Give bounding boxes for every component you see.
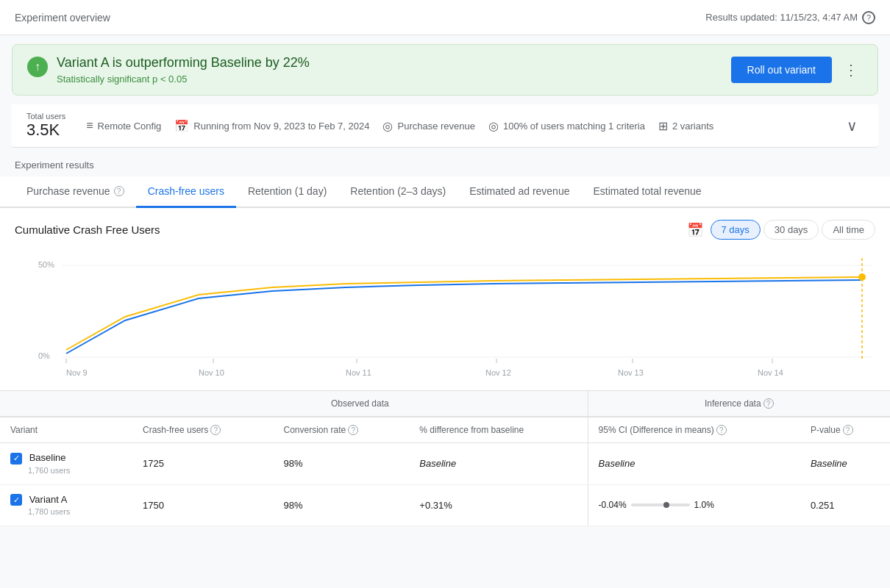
variant-a-pct-diff: +0.31% bbox=[409, 484, 588, 526]
variant-banner-text: Variant A is outperforming Baseline by 2… bbox=[57, 55, 310, 85]
conversion-rate-header: Conversion rate bbox=[283, 425, 346, 435]
experiment-results-label: Experiment results bbox=[0, 148, 890, 176]
variant-banner: ↑ Variant A is outperforming Baseline by… bbox=[12, 44, 878, 96]
variant-a-cell: ✓ Variant A 1,780 users bbox=[0, 484, 132, 526]
time-button-7days[interactable]: 7 days bbox=[711, 220, 761, 240]
time-button-30days[interactable]: 30 days bbox=[763, 220, 819, 240]
chart-area: 50% 0% Nov 9 Nov 10 Nov 11 Nov 12 Nov 13… bbox=[15, 247, 875, 383]
p-value-header: P-value bbox=[811, 425, 841, 435]
x-label-nov12: Nov 12 bbox=[485, 368, 511, 377]
x-label-nov10: Nov 10 bbox=[199, 368, 224, 377]
tab-purchase-revenue[interactable]: Purchase revenue ? bbox=[15, 176, 136, 208]
info-chip-users-matching: ◎ 100% of users matching 1 criteria bbox=[488, 119, 645, 133]
calendar-icon: 📅 bbox=[174, 119, 189, 133]
ci-dot bbox=[663, 502, 669, 508]
tab-retention-1day[interactable]: Retention (1 day) bbox=[236, 176, 338, 208]
variant-subtitle: Statistically significant p < 0.05 bbox=[57, 74, 310, 85]
help-icon[interactable]: ? bbox=[862, 11, 875, 24]
variant-a-checkbox[interactable]: ✓ bbox=[10, 494, 22, 506]
time-button-alltime[interactable]: All time bbox=[822, 220, 875, 240]
variant-line bbox=[66, 277, 861, 350]
section-header-row: Observed data Inference data ? bbox=[0, 391, 890, 417]
data-table-section: Observed data Inference data ? Variant C… bbox=[0, 390, 890, 526]
top-bar: Experiment overview Results updated: 11/… bbox=[0, 0, 890, 35]
users-matching-icon: ◎ bbox=[488, 119, 499, 133]
table-row-variant-a: ✓ Variant A 1,780 users 1750 98% +0.31% … bbox=[0, 484, 890, 526]
th-variant: Variant bbox=[0, 417, 132, 443]
chart-title: Cumulative Crash Free Users bbox=[15, 223, 160, 236]
chart-svg: 50% 0% Nov 9 Nov 10 Nov 11 Nov 12 Nov 13… bbox=[15, 247, 875, 383]
info-chip-running: 📅 Running from Nov 9, 2023 to Feb 7, 202… bbox=[174, 119, 369, 133]
variant-a-users: 1,780 users bbox=[10, 507, 70, 516]
ci-container: -0.04% 1.0% bbox=[599, 500, 790, 510]
p-value-help-icon[interactable]: ? bbox=[843, 425, 853, 435]
target-icon: ◎ bbox=[382, 119, 393, 133]
tab-estimated-total-revenue-label: Estimated total revenue bbox=[593, 185, 701, 197]
info-row: Total users 3.5K ≡ Remote Config 📅 Runni… bbox=[12, 104, 878, 148]
variant-banner-left: ↑ Variant A is outperforming Baseline by… bbox=[27, 55, 310, 85]
y-label-0: 0% bbox=[38, 351, 50, 360]
tab-crash-free-users[interactable]: Crash-free users bbox=[136, 176, 236, 208]
purchase-revenue-chip-label: Purchase revenue bbox=[397, 121, 475, 132]
th-empty bbox=[0, 391, 132, 417]
data-table: Observed data Inference data ? Variant C… bbox=[0, 391, 890, 526]
info-chip-purchase-revenue: ◎ Purchase revenue bbox=[382, 119, 475, 133]
tab-purchase-revenue-label: Purchase revenue bbox=[26, 185, 110, 197]
baseline-crash-free: 1725 bbox=[132, 443, 273, 485]
tab-purchase-revenue-help[interactable]: ? bbox=[114, 186, 124, 196]
conversion-rate-help-icon[interactable]: ? bbox=[348, 425, 358, 435]
th-ci-95: 95% CI (Difference in means) ? bbox=[588, 417, 800, 443]
experiment-overview-title: Experiment overview bbox=[15, 12, 110, 24]
remote-config-label: Remote Config bbox=[98, 121, 162, 132]
running-label: Running from Nov 9, 2023 to Feb 7, 2024 bbox=[193, 121, 369, 132]
baseline-variant-cell: ✓ Baseline 1,760 users bbox=[0, 443, 132, 485]
variants-label: 2 variants bbox=[672, 121, 713, 132]
variant-a-name: Variant A bbox=[29, 494, 68, 505]
remote-config-icon: ≡ bbox=[86, 119, 93, 132]
outperforming-icon: ↑ bbox=[27, 57, 48, 77]
table-row-baseline: ✓ Baseline 1,760 users 1725 98% Baseline… bbox=[0, 443, 890, 485]
expand-button[interactable]: ∨ bbox=[840, 114, 864, 137]
th-conversion-rate: Conversion rate ? bbox=[273, 417, 409, 443]
variant-a-conversion-rate: 98% bbox=[273, 484, 409, 526]
roll-out-variant-button[interactable]: Roll out variant bbox=[731, 57, 832, 83]
tab-estimated-total-revenue[interactable]: Estimated total revenue bbox=[581, 176, 713, 208]
baseline-name: Baseline bbox=[29, 452, 66, 463]
tab-retention-2-3days-label: Retention (2–3 days) bbox=[350, 185, 446, 197]
th-p-value: P-value ? bbox=[800, 417, 890, 443]
variants-icon: ⊞ bbox=[658, 119, 668, 133]
results-updated: Results updated: 11/15/23, 4:47 AM bbox=[705, 12, 858, 23]
variant-headline: Variant A is outperforming Baseline by 2… bbox=[57, 55, 310, 71]
baseline-pct-diff: Baseline bbox=[409, 443, 588, 485]
chart-header: Cumulative Crash Free Users 📅 7 days 30 … bbox=[15, 220, 875, 240]
variant-banner-right: Roll out variant ⋮ bbox=[731, 57, 863, 83]
info-chip-variants: ⊞ 2 variants bbox=[658, 119, 713, 133]
total-users-value: 3.5K bbox=[26, 121, 65, 140]
chart-section: Cumulative Crash Free Users 📅 7 days 30 … bbox=[0, 208, 890, 390]
ci-95-header: 95% CI (Difference in means) bbox=[599, 425, 714, 435]
info-chip-remote-config: ≡ Remote Config bbox=[86, 119, 161, 132]
more-options-icon[interactable]: ⋮ bbox=[839, 58, 863, 82]
x-label-nov14: Nov 14 bbox=[758, 368, 783, 377]
ci-max-label: 1.0% bbox=[694, 500, 714, 510]
variant-a-ci: -0.04% 1.0% bbox=[588, 484, 800, 526]
crash-free-users-header: Crash-free users bbox=[143, 425, 208, 435]
baseline-checkbox[interactable]: ✓ bbox=[10, 453, 22, 465]
calendar-icon: 📅 bbox=[687, 222, 703, 238]
col-header-row: Variant Crash-free users ? Conversion ra… bbox=[0, 417, 890, 443]
tab-estimated-ad-revenue[interactable]: Estimated ad revenue bbox=[458, 176, 581, 208]
tab-retention-2-3days[interactable]: Retention (2–3 days) bbox=[338, 176, 458, 208]
y-label-50: 50% bbox=[38, 260, 54, 269]
inference-data-header: Inference data ? bbox=[588, 391, 890, 417]
ci-help-icon[interactable]: ? bbox=[716, 425, 727, 435]
inference-header-label: Inference data bbox=[705, 398, 761, 409]
th-pct-difference: % difference from baseline bbox=[409, 417, 588, 443]
baseline-conversion-rate: 98% bbox=[273, 443, 409, 485]
users-matching-label: 100% of users matching 1 criteria bbox=[503, 121, 645, 132]
inference-help-icon[interactable]: ? bbox=[763, 398, 774, 409]
tab-retention-1day-label: Retention (1 day) bbox=[248, 185, 327, 197]
total-users-label: Total users bbox=[26, 112, 65, 121]
svg-point-3 bbox=[858, 273, 866, 281]
crash-free-users-help-icon[interactable]: ? bbox=[210, 425, 221, 435]
ci-min-label: -0.04% bbox=[599, 500, 627, 510]
